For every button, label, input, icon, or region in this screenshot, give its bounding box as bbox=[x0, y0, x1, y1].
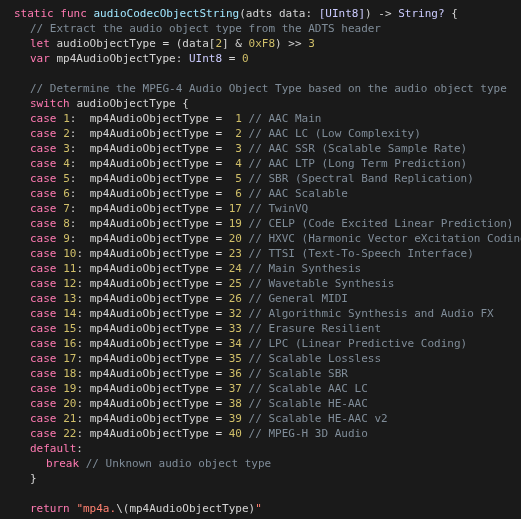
case-comment: // AAC Scalable bbox=[249, 187, 348, 200]
case-line-6: case 6: mp4AudioObjectType = 6 // AAC Sc… bbox=[14, 186, 521, 201]
keyword-return: return bbox=[30, 502, 70, 515]
case-comment: // TTSI (Text-To-Speech Interface) bbox=[249, 247, 474, 260]
keyword-case: case bbox=[30, 427, 57, 440]
blank-line-2 bbox=[14, 486, 521, 501]
blank-line bbox=[14, 66, 521, 81]
case-line-9: case 9: mp4AudioObjectType = 20 // HXVC … bbox=[14, 231, 521, 246]
case-match-value: 4 bbox=[63, 157, 70, 170]
keyword-case: case bbox=[30, 112, 57, 125]
case-line-8: case 8: mp4AudioObjectType = 19 // CELP … bbox=[14, 216, 521, 231]
keyword-case: case bbox=[30, 202, 57, 215]
case-comment: // CELP (Code Excited Linear Prediction) bbox=[249, 217, 514, 230]
case-assign-value: 33 bbox=[229, 322, 242, 335]
case-match-value: 20 bbox=[63, 397, 76, 410]
case-assign-value: 38 bbox=[229, 397, 242, 410]
case-assign-value: 34 bbox=[229, 337, 242, 350]
case-line-11: case 11: mp4AudioObjectType = 24 // Main… bbox=[14, 261, 521, 276]
case-assign-value: 19 bbox=[229, 217, 242, 230]
comment: // Unknown audio object type bbox=[86, 457, 271, 470]
case-assign-value: 4 bbox=[235, 157, 242, 170]
case-match-value: 5 bbox=[63, 172, 70, 185]
case-assign-value: 24 bbox=[229, 262, 242, 275]
keyword-case: case bbox=[30, 367, 57, 380]
case-line-20: case 20: mp4AudioObjectType = 38 // Scal… bbox=[14, 396, 521, 411]
keyword-case: case bbox=[30, 397, 57, 410]
case-comment: // Wavetable Synthesis bbox=[249, 277, 395, 290]
function-name: audioCodecObjectString bbox=[93, 7, 239, 20]
case-line-18: case 18: mp4AudioObjectType = 36 // Scal… bbox=[14, 366, 521, 381]
keyword-case: case bbox=[30, 322, 57, 335]
case-comment: // AAC Main bbox=[249, 112, 322, 125]
case-comment: // Algorithmic Synthesis and Audio FX bbox=[249, 307, 494, 320]
case-comment: // Scalable SBR bbox=[249, 367, 348, 380]
case-match-value: 18 bbox=[63, 367, 76, 380]
case-match-value: 15 bbox=[63, 322, 76, 335]
string-literal: " bbox=[255, 502, 262, 515]
break-line: break // Unknown audio object type bbox=[14, 456, 521, 471]
case-comment: // Scalable Lossless bbox=[249, 352, 381, 365]
case-comment: // Scalable HE-AAC v2 bbox=[249, 412, 388, 425]
param-type: [UInt8] bbox=[319, 7, 365, 20]
case-match-value: 3 bbox=[63, 142, 70, 155]
case-line-1: case 1: mp4AudioObjectType = 1 // AAC Ma… bbox=[14, 111, 521, 126]
var-mp4AudioObjectType: mp4AudioObjectType bbox=[57, 52, 176, 65]
case-comment: // SBR (Spectral Band Replication) bbox=[249, 172, 474, 185]
case-comment: // HXVC (Harmonic Vector eXcitation Codi… bbox=[249, 232, 521, 245]
case-assign-value: 5 bbox=[235, 172, 242, 185]
comment: // Extract the audio object type from th… bbox=[30, 22, 381, 35]
case-comment: // LPC (Linear Predictive Coding) bbox=[249, 337, 468, 350]
case-comment: // Scalable AAC LC bbox=[249, 382, 368, 395]
case-match-value: 21 bbox=[63, 412, 76, 425]
case-assign-value: 37 bbox=[229, 382, 242, 395]
case-line-15: case 15: mp4AudioObjectType = 33 // Eras… bbox=[14, 321, 521, 336]
case-assign-value: 20 bbox=[229, 232, 242, 245]
case-comment: // MPEG-H 3D Audio bbox=[249, 427, 368, 440]
case-line-3: case 3: mp4AudioObjectType = 3 // AAC SS… bbox=[14, 141, 521, 156]
keyword-case: case bbox=[30, 142, 57, 155]
case-match-value: 2 bbox=[63, 127, 70, 140]
case-assign-value: 17 bbox=[229, 202, 242, 215]
case-match-value: 6 bbox=[63, 187, 70, 200]
interp-var: mp4AudioObjectType bbox=[129, 502, 248, 515]
case-comment: // AAC SSR (Scalable Sample Rate) bbox=[249, 142, 468, 155]
case-match-value: 17 bbox=[63, 352, 76, 365]
case-assign-value: 36 bbox=[229, 367, 242, 380]
case-line-7: case 7: mp4AudioObjectType = 17 // TwinV… bbox=[14, 201, 521, 216]
case-comment: // Scalable HE-AAC bbox=[249, 397, 368, 410]
case-match-value: 11 bbox=[63, 262, 76, 275]
case-assign-value: 6 bbox=[235, 187, 242, 200]
var-audioObjectType: audioObjectType bbox=[57, 37, 156, 50]
case-line-21: case 21: mp4AudioObjectType = 39 // Scal… bbox=[14, 411, 521, 426]
case-assign-value: 39 bbox=[229, 412, 242, 425]
case-assign-value: 35 bbox=[229, 352, 242, 365]
keyword-switch: switch bbox=[30, 97, 70, 110]
func-declaration: static func audioCodecObjectString(adts … bbox=[14, 6, 521, 21]
case-assign-value: 23 bbox=[229, 247, 242, 260]
case-match-value: 7 bbox=[63, 202, 70, 215]
case-line-16: case 16: mp4AudioObjectType = 34 // LPC … bbox=[14, 336, 521, 351]
case-match-value: 12 bbox=[63, 277, 76, 290]
keyword-case: case bbox=[30, 217, 57, 230]
case-line-13: case 13: mp4AudioObjectType = 26 // Gene… bbox=[14, 291, 521, 306]
case-assign-value: 40 bbox=[229, 427, 242, 440]
keyword-case: case bbox=[30, 127, 57, 140]
return-line: return "mp4a.\(mp4AudioObjectType)" bbox=[14, 501, 521, 516]
case-line-19: case 19: mp4AudioObjectType = 37 // Scal… bbox=[14, 381, 521, 396]
case-line-5: case 5: mp4AudioObjectType = 5 // SBR (S… bbox=[14, 171, 521, 186]
keyword-case: case bbox=[30, 172, 57, 185]
keyword-default: default bbox=[30, 442, 76, 455]
keyword-case: case bbox=[30, 232, 57, 245]
case-assign-value: 32 bbox=[229, 307, 242, 320]
case-match-value: 16 bbox=[63, 337, 76, 350]
case-match-value: 13 bbox=[63, 292, 76, 305]
case-match-value: 10 bbox=[63, 247, 76, 260]
switch-line: switch audioObjectType { bbox=[14, 96, 521, 111]
keyword-case: case bbox=[30, 382, 57, 395]
case-assign-value: 25 bbox=[229, 277, 242, 290]
case-line-12: case 12: mp4AudioObjectType = 25 // Wave… bbox=[14, 276, 521, 291]
keyword-case: case bbox=[30, 157, 57, 170]
keyword-case: case bbox=[30, 187, 57, 200]
case-line-22: case 22: mp4AudioObjectType = 40 // MPEG… bbox=[14, 426, 521, 441]
let-line: let audioObjectType = (data[2] & 0xF8) >… bbox=[14, 36, 521, 51]
param-label: adts bbox=[246, 7, 273, 20]
